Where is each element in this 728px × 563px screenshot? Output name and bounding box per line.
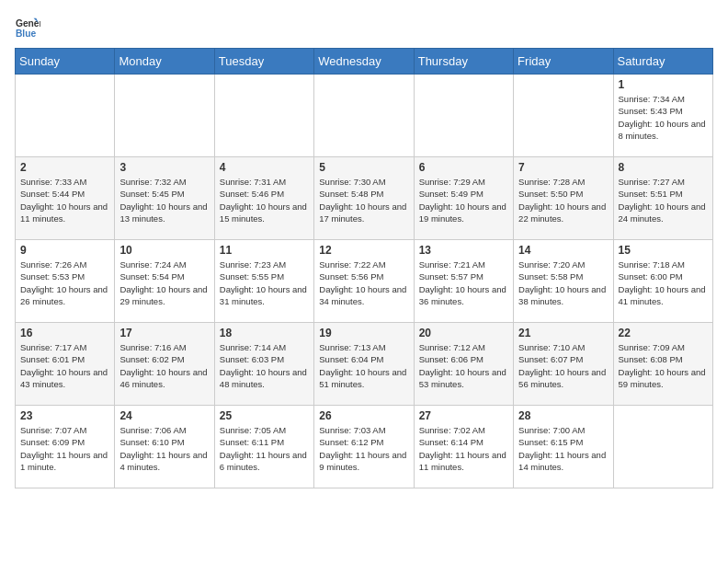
calendar-cell xyxy=(115,75,214,157)
day-number: 11 xyxy=(220,244,309,257)
day-info: Sunrise: 7:02 AM Sunset: 6:14 PM Dayligh… xyxy=(419,424,508,473)
day-info: Sunrise: 7:34 AM Sunset: 5:43 PM Dayligh… xyxy=(619,93,708,142)
day-number: 25 xyxy=(220,409,309,422)
day-number: 21 xyxy=(518,327,608,339)
calendar-cell: 3Sunrise: 7:32 AM Sunset: 5:45 PM Daylig… xyxy=(115,157,214,240)
day-info: Sunrise: 7:14 AM Sunset: 6:03 PM Dayligh… xyxy=(220,341,309,390)
calendar-cell: 27Sunrise: 7:02 AM Sunset: 6:14 PM Dayli… xyxy=(414,406,513,488)
day-number: 3 xyxy=(119,161,209,174)
calendar-cell: 12Sunrise: 7:22 AM Sunset: 5:56 PM Dayli… xyxy=(314,240,414,323)
day-number: 10 xyxy=(119,244,209,257)
column-header-monday: Monday xyxy=(115,49,214,75)
calendar-week-5: 23Sunrise: 7:07 AM Sunset: 6:09 PM Dayli… xyxy=(16,406,713,488)
calendar-cell: 20Sunrise: 7:12 AM Sunset: 6:06 PM Dayli… xyxy=(414,323,513,406)
day-info: Sunrise: 7:13 AM Sunset: 6:04 PM Dayligh… xyxy=(319,341,408,390)
day-number: 1 xyxy=(619,78,708,91)
day-info: Sunrise: 7:18 AM Sunset: 6:00 PM Dayligh… xyxy=(619,259,708,307)
day-number: 22 xyxy=(619,327,708,339)
calendar-cell: 7Sunrise: 7:28 AM Sunset: 5:50 PM Daylig… xyxy=(514,157,613,240)
day-number: 19 xyxy=(319,327,408,339)
calendar-week-4: 16Sunrise: 7:17 AM Sunset: 6:01 PM Dayli… xyxy=(16,323,713,406)
column-header-wednesday: Wednesday xyxy=(314,49,414,75)
calendar-cell: 14Sunrise: 7:20 AM Sunset: 5:58 PM Dayli… xyxy=(514,240,613,323)
page-header: General Blue xyxy=(15,15,713,40)
calendar-cell: 23Sunrise: 7:07 AM Sunset: 6:09 PM Dayli… xyxy=(16,406,115,488)
day-number: 13 xyxy=(419,244,508,257)
calendar-cell xyxy=(414,75,513,157)
column-header-tuesday: Tuesday xyxy=(214,49,313,75)
day-info: Sunrise: 7:33 AM Sunset: 5:44 PM Dayligh… xyxy=(20,176,109,224)
calendar-week-1: 1Sunrise: 7:34 AM Sunset: 5:43 PM Daylig… xyxy=(16,75,713,157)
calendar-cell: 18Sunrise: 7:14 AM Sunset: 6:03 PM Dayli… xyxy=(214,323,313,406)
day-number: 23 xyxy=(20,409,109,422)
day-info: Sunrise: 7:00 AM Sunset: 6:15 PM Dayligh… xyxy=(518,424,608,473)
day-number: 20 xyxy=(419,327,508,339)
calendar-cell: 15Sunrise: 7:18 AM Sunset: 6:00 PM Dayli… xyxy=(613,240,712,323)
calendar-cell: 9Sunrise: 7:26 AM Sunset: 5:53 PM Daylig… xyxy=(16,240,115,323)
day-number: 7 xyxy=(518,161,608,174)
logo-icon: General Blue xyxy=(15,15,40,40)
calendar-cell xyxy=(514,75,613,157)
day-info: Sunrise: 7:21 AM Sunset: 5:57 PM Dayligh… xyxy=(419,259,508,307)
calendar-cell: 6Sunrise: 7:29 AM Sunset: 5:49 PM Daylig… xyxy=(414,157,513,240)
calendar-week-2: 2Sunrise: 7:33 AM Sunset: 5:44 PM Daylig… xyxy=(16,157,713,240)
day-info: Sunrise: 7:12 AM Sunset: 6:06 PM Dayligh… xyxy=(419,341,508,390)
day-number: 2 xyxy=(20,161,109,174)
day-number: 28 xyxy=(518,409,608,422)
day-info: Sunrise: 7:30 AM Sunset: 5:48 PM Dayligh… xyxy=(319,176,408,224)
calendar-cell: 24Sunrise: 7:06 AM Sunset: 6:10 PM Dayli… xyxy=(115,406,214,488)
calendar-cell: 16Sunrise: 7:17 AM Sunset: 6:01 PM Dayli… xyxy=(16,323,115,406)
day-info: Sunrise: 7:22 AM Sunset: 5:56 PM Dayligh… xyxy=(319,259,408,307)
calendar-cell: 19Sunrise: 7:13 AM Sunset: 6:04 PM Dayli… xyxy=(314,323,414,406)
day-info: Sunrise: 7:10 AM Sunset: 6:07 PM Dayligh… xyxy=(518,341,608,390)
day-info: Sunrise: 7:32 AM Sunset: 5:45 PM Dayligh… xyxy=(119,176,209,224)
calendar-cell: 1Sunrise: 7:34 AM Sunset: 5:43 PM Daylig… xyxy=(613,75,712,157)
calendar: SundayMondayTuesdayWednesdayThursdayFrid… xyxy=(15,48,713,488)
column-header-sunday: Sunday xyxy=(16,49,115,75)
day-info: Sunrise: 7:20 AM Sunset: 5:58 PM Dayligh… xyxy=(518,259,608,307)
calendar-cell: 28Sunrise: 7:00 AM Sunset: 6:15 PM Dayli… xyxy=(514,406,613,488)
day-info: Sunrise: 7:23 AM Sunset: 5:55 PM Dayligh… xyxy=(220,259,309,307)
day-info: Sunrise: 7:29 AM Sunset: 5:49 PM Dayligh… xyxy=(419,176,508,224)
day-info: Sunrise: 7:27 AM Sunset: 5:51 PM Dayligh… xyxy=(619,176,708,224)
logo: General Blue xyxy=(15,15,44,40)
day-number: 6 xyxy=(419,161,508,174)
calendar-cell: 2Sunrise: 7:33 AM Sunset: 5:44 PM Daylig… xyxy=(16,157,115,240)
day-number: 24 xyxy=(119,409,209,422)
day-number: 4 xyxy=(220,161,309,174)
day-number: 9 xyxy=(20,244,109,257)
day-info: Sunrise: 7:07 AM Sunset: 6:09 PM Dayligh… xyxy=(20,424,109,473)
day-number: 26 xyxy=(319,409,408,422)
day-number: 14 xyxy=(518,244,608,257)
calendar-cell: 21Sunrise: 7:10 AM Sunset: 6:07 PM Dayli… xyxy=(514,323,613,406)
calendar-cell xyxy=(613,406,712,488)
calendar-cell xyxy=(16,75,115,157)
day-number: 17 xyxy=(119,327,209,339)
day-info: Sunrise: 7:06 AM Sunset: 6:10 PM Dayligh… xyxy=(119,424,209,473)
column-header-friday: Friday xyxy=(514,49,613,75)
day-info: Sunrise: 7:28 AM Sunset: 5:50 PM Dayligh… xyxy=(518,176,608,224)
day-number: 12 xyxy=(319,244,408,257)
calendar-cell: 26Sunrise: 7:03 AM Sunset: 6:12 PM Dayli… xyxy=(314,406,414,488)
day-info: Sunrise: 7:24 AM Sunset: 5:54 PM Dayligh… xyxy=(119,259,209,307)
calendar-header-row: SundayMondayTuesdayWednesdayThursdayFrid… xyxy=(16,49,713,75)
column-header-saturday: Saturday xyxy=(613,49,712,75)
column-header-thursday: Thursday xyxy=(414,49,513,75)
calendar-cell: 17Sunrise: 7:16 AM Sunset: 6:02 PM Dayli… xyxy=(115,323,214,406)
calendar-cell: 4Sunrise: 7:31 AM Sunset: 5:46 PM Daylig… xyxy=(214,157,313,240)
day-info: Sunrise: 7:05 AM Sunset: 6:11 PM Dayligh… xyxy=(220,424,309,473)
day-number: 8 xyxy=(619,161,708,174)
day-info: Sunrise: 7:09 AM Sunset: 6:08 PM Dayligh… xyxy=(619,341,708,390)
svg-text:Blue: Blue xyxy=(16,29,37,39)
calendar-cell: 13Sunrise: 7:21 AM Sunset: 5:57 PM Dayli… xyxy=(414,240,513,323)
calendar-cell: 22Sunrise: 7:09 AM Sunset: 6:08 PM Dayli… xyxy=(613,323,712,406)
day-info: Sunrise: 7:31 AM Sunset: 5:46 PM Dayligh… xyxy=(220,176,309,224)
day-info: Sunrise: 7:16 AM Sunset: 6:02 PM Dayligh… xyxy=(119,341,209,390)
day-info: Sunrise: 7:03 AM Sunset: 6:12 PM Dayligh… xyxy=(319,424,408,473)
calendar-cell: 8Sunrise: 7:27 AM Sunset: 5:51 PM Daylig… xyxy=(613,157,712,240)
calendar-cell: 25Sunrise: 7:05 AM Sunset: 6:11 PM Dayli… xyxy=(214,406,313,488)
day-info: Sunrise: 7:17 AM Sunset: 6:01 PM Dayligh… xyxy=(20,341,109,390)
day-number: 27 xyxy=(419,409,508,422)
calendar-cell: 10Sunrise: 7:24 AM Sunset: 5:54 PM Dayli… xyxy=(115,240,214,323)
calendar-cell: 5Sunrise: 7:30 AM Sunset: 5:48 PM Daylig… xyxy=(314,157,414,240)
